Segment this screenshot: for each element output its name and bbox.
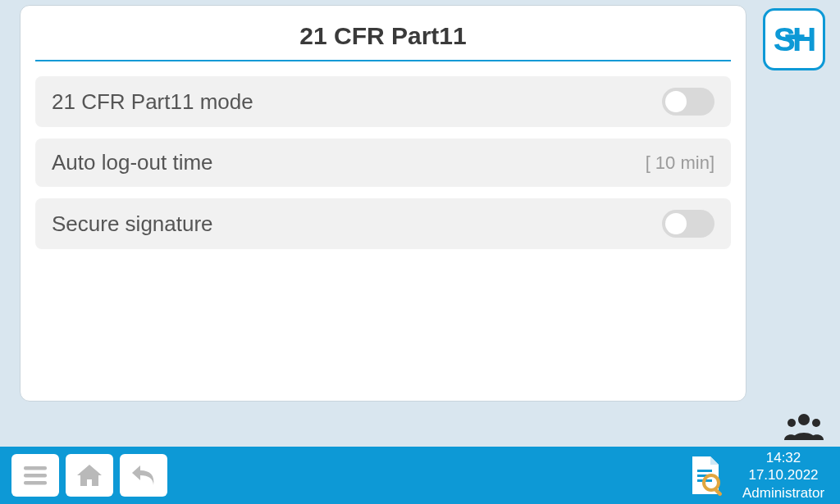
brand-logo: S H: [763, 8, 825, 70]
settings-panel: 21 CFR Part11 21 CFR Part11 mode Auto lo…: [20, 5, 746, 402]
status-date: 17.10.2022: [738, 466, 829, 484]
setting-auto-logout[interactable]: Auto log-out time [ 10 min]: [35, 138, 731, 187]
menu-button[interactable]: [11, 454, 59, 497]
svg-rect-9: [697, 470, 712, 472]
svg-rect-2: [785, 34, 804, 39]
page-title: 21 CFR Part11: [35, 14, 731, 61]
setting-cfr-mode[interactable]: 21 CFR Part11 mode: [35, 76, 731, 127]
svg-rect-6: [24, 466, 47, 470]
svg-point-4: [788, 419, 796, 427]
setting-label: Auto log-out time: [52, 150, 213, 175]
status-time: 14:32: [738, 449, 829, 466]
toggle-knob: [665, 213, 687, 234]
sh-logo-icon: S H: [770, 16, 818, 62]
status-block: 14:32 17.10.2022 Administrator: [738, 449, 829, 502]
secure-signature-toggle[interactable]: [662, 210, 714, 238]
back-button[interactable]: [120, 454, 167, 497]
cfr-mode-toggle[interactable]: [662, 88, 714, 116]
svg-point-5: [812, 419, 820, 427]
home-button[interactable]: [66, 454, 113, 497]
svg-point-3: [798, 414, 810, 425]
setting-secure-signature[interactable]: Secure signature: [35, 198, 731, 249]
footer-bar: 14:32 17.10.2022 Administrator: [0, 447, 840, 504]
back-arrow-icon: [129, 461, 158, 490]
status-user: Administrator: [738, 484, 829, 502]
setting-label: 21 CFR Part11 mode: [52, 89, 253, 115]
log-search-button[interactable]: [689, 455, 724, 496]
setting-label: Secure signature: [52, 211, 213, 237]
users-icon[interactable]: [784, 412, 824, 440]
auto-logout-value: [ 10 min]: [646, 152, 714, 174]
toggle-knob: [665, 91, 687, 112]
menu-icon: [21, 461, 50, 490]
svg-rect-8: [24, 481, 47, 485]
svg-rect-7: [24, 474, 47, 478]
document-search-icon: [689, 455, 724, 496]
home-icon: [75, 461, 104, 490]
